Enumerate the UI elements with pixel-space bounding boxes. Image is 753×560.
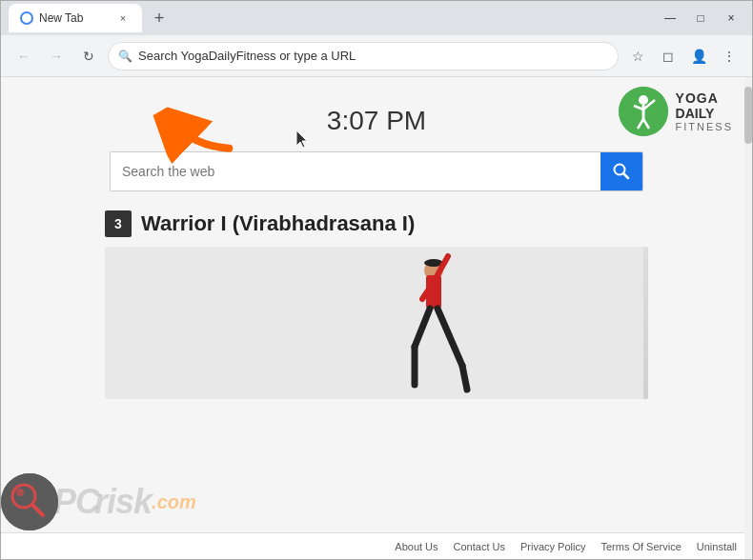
logo-text: YOGA DAILY FITNESS <box>676 90 733 132</box>
pcrisk-pc-text: PC <box>53 482 99 522</box>
svg-rect-11 <box>110 247 643 399</box>
logo-circle <box>619 87 668 136</box>
address-bar: ← → ↻ 🔍 Search YogaDailyFitness or type … <box>1 35 752 77</box>
url-bar[interactable]: 🔍 Search YogaDailyFitness or type a URL <box>108 42 619 70</box>
article-section: 3 Warrior I (Virabhadrasana I) <box>105 210 648 399</box>
yoga-illustration <box>105 247 648 399</box>
browser-frame: New Tab × + — □ × ← → ↻ 🔍 Search YogaDai… <box>0 0 753 560</box>
search-container <box>1 151 752 191</box>
scrollbar[interactable] <box>744 77 752 559</box>
url-text: Search YogaDailyFitness or type a URL <box>138 49 608 63</box>
browser-tab[interactable]: New Tab × <box>9 4 142 32</box>
pcrisk-com-text: .com <box>152 491 196 513</box>
forward-button[interactable]: → <box>43 43 70 70</box>
logo-yoga-text: YOGA <box>676 90 733 106</box>
refresh-icon: ↻ <box>83 49 94 64</box>
extensions-button[interactable]: ◻ <box>655 43 682 70</box>
svg-line-10 <box>623 173 628 178</box>
back-icon: ← <box>17 49 31 64</box>
footer-contact[interactable]: Contact Us <box>454 541 505 552</box>
footer-about[interactable]: About Us <box>395 541 438 552</box>
search-button[interactable] <box>600 152 642 190</box>
svg-point-3 <box>639 95 648 105</box>
back-button[interactable]: ← <box>10 43 37 70</box>
tab-title: New Tab <box>39 11 83 25</box>
article-header: 3 Warrior I (Virabhadrasana I) <box>105 210 648 237</box>
refresh-button[interactable]: ↻ <box>75 43 102 70</box>
scrollbar-thumb[interactable] <box>744 87 752 144</box>
new-tab-button[interactable]: + <box>146 5 173 31</box>
address-actions: ☆ ◻ 👤 ⋮ <box>624 43 743 70</box>
location-icon: 🔍 <box>118 50 132 63</box>
maximize-button[interactable]: □ <box>687 5 714 31</box>
menu-button[interactable]: ⋮ <box>716 43 743 70</box>
footer-uninstall[interactable]: Uninstall <box>697 541 737 552</box>
svg-point-21 <box>1 473 58 530</box>
search-input[interactable] <box>111 152 600 190</box>
tab-favicon <box>20 11 33 25</box>
logo-fitness-text: FITNESS <box>676 121 733 132</box>
profile-button[interactable]: 👤 <box>685 43 712 70</box>
pcrisk-risk-text: risk <box>94 482 152 522</box>
pcrisk-logo <box>1 473 58 530</box>
pcrisk-watermark: PC risk .com <box>1 473 196 530</box>
window-controls: — □ × <box>657 5 744 31</box>
title-bar: New Tab × + — □ × <box>1 1 752 35</box>
footer-terms[interactable]: Terms Of Service <box>600 541 681 552</box>
tab-close-button[interactable]: × <box>115 10 131 26</box>
svg-point-0 <box>22 13 31 23</box>
page-content: YOGA DAILY FITNESS 3:07 PM 3 <box>1 77 752 559</box>
forward-icon: → <box>50 49 63 64</box>
logo-daily-text: DAILY <box>676 106 733 121</box>
svg-point-23 <box>16 489 24 496</box>
logo-area: YOGA DAILY FITNESS <box>619 87 733 136</box>
minimize-button[interactable]: — <box>657 5 683 31</box>
article-image <box>105 247 648 399</box>
page-footer: About Us Contact Us Privacy Policy Terms… <box>1 532 752 559</box>
search-icon <box>613 163 630 180</box>
article-title: Warrior I (Virabhadrasana I) <box>141 211 415 236</box>
svg-line-20 <box>462 366 467 390</box>
search-box <box>110 151 643 191</box>
article-number-badge: 3 <box>105 210 132 237</box>
footer-privacy[interactable]: Privacy Policy <box>520 541 585 552</box>
bookmark-button[interactable]: ☆ <box>624 43 651 70</box>
close-button[interactable]: × <box>718 5 744 31</box>
